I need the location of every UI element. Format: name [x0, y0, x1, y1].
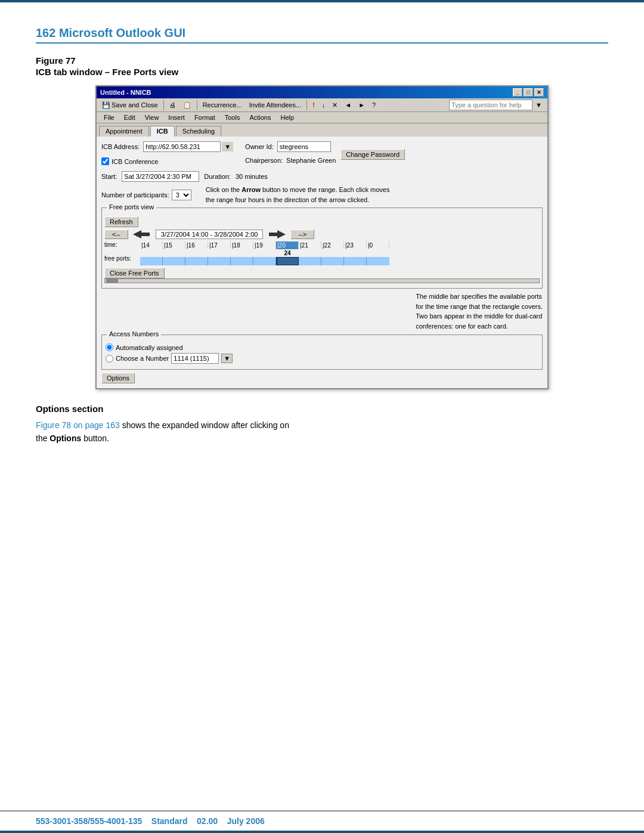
range-label: 3/27/2004 14:00 - 3/28/2004 2:00: [156, 230, 264, 239]
win-menubar: File Edit View Insert Format Tools Actio…: [97, 112, 547, 123]
menu-view[interactable]: View: [140, 113, 164, 122]
port-bar-23: [344, 257, 367, 265]
time-cell-15: |15: [163, 241, 185, 249]
win-restore-btn[interactable]: □: [524, 88, 533, 97]
save-close-btn[interactable]: 💾 Save and Close: [99, 100, 161, 110]
copy-btn[interactable]: 📋: [180, 100, 194, 110]
win-close-btn[interactable]: ✕: [534, 88, 544, 97]
tab-appointment[interactable]: Appointment: [99, 126, 149, 137]
options-section-title: Options section: [36, 404, 608, 414]
auto-assigned-label: Automatically assigned: [116, 344, 183, 351]
down-btn[interactable]: ↓: [319, 100, 329, 110]
menu-tools[interactable]: Tools: [220, 113, 245, 122]
right-arrow-graphic: [268, 230, 286, 239]
win-minimize-btn[interactable]: _: [513, 88, 522, 97]
delete-btn[interactable]: ✕: [329, 100, 340, 110]
time-cell-21: |21: [299, 241, 321, 249]
port-bar-20: [276, 257, 299, 265]
horiz-scrollbar[interactable]: [104, 278, 540, 283]
footer-date: July 2006: [227, 816, 265, 826]
menu-help[interactable]: Help: [275, 113, 299, 122]
win-title-text: Untitled - NNICB: [100, 89, 151, 96]
options-bold-word: Options: [49, 433, 81, 443]
color-bar: [140, 257, 389, 265]
port-bar-15: [163, 257, 185, 265]
options-section: Options section Figure 78 on page 163 sh…: [36, 404, 608, 445]
win-content: ICB Address: ▼ ICB Conference: [97, 137, 547, 388]
figure-label: Figure 77: [36, 55, 608, 66]
owner-id-label: Owner Id:: [245, 143, 274, 150]
time-cell-22: |22: [321, 241, 344, 249]
owner-id-input[interactable]: [277, 141, 331, 152]
help-search-area: ▼: [449, 100, 545, 110]
left-arrow-graphic: [133, 230, 151, 239]
chairperson-label: Chairperson:: [245, 157, 283, 164]
choose-number-row: Choose a Number ▼: [106, 353, 538, 364]
start-input[interactable]: [122, 171, 199, 182]
icb-address-input[interactable]: [143, 141, 221, 152]
access-group-title: Access Numbers: [107, 330, 161, 337]
left-arrow-btn[interactable]: ◄: [342, 100, 354, 110]
close-free-ports-btn[interactable]: Close Free Ports: [104, 268, 165, 278]
tab-scheduling[interactable]: Scheduling: [176, 126, 221, 137]
number-input[interactable]: [171, 353, 219, 364]
help-dropdown-btn[interactable]: ▼: [532, 100, 545, 110]
icb-address-dropdown-btn[interactable]: ▼: [222, 142, 233, 151]
port-bar-16: [185, 257, 208, 265]
options-btn[interactable]: Options: [101, 373, 135, 383]
footer-standard: Standard: [151, 816, 188, 826]
help-toolbar-btn[interactable]: ?: [369, 100, 379, 110]
middle-bar-text: The middle bar specifies the available p…: [416, 292, 543, 331]
access-numbers-group: Access Numbers Automatically assigned Ch…: [101, 335, 543, 370]
nav-right-btn[interactable]: -->: [290, 230, 314, 239]
scrollbar-thumb: [106, 279, 118, 283]
toolbar-sep-2: [197, 100, 197, 110]
participants-select[interactable]: 3 4 5: [172, 190, 191, 200]
right-arrow-btn[interactable]: ►: [355, 100, 368, 110]
menu-format[interactable]: Format: [190, 113, 220, 122]
change-password-btn[interactable]: Change Password: [340, 149, 405, 160]
left-form: ICB Address: ▼ ICB Conference: [101, 141, 233, 168]
chairperson-value: Stephanie Green: [286, 157, 336, 164]
auto-assigned-radio[interactable]: [106, 343, 113, 351]
svg-marker-1: [269, 230, 286, 239]
svg-marker-0: [133, 230, 150, 239]
highlight-number: 24: [276, 250, 299, 256]
duration-label: Duration:: [204, 173, 231, 180]
exclaim-btn[interactable]: !: [309, 100, 318, 110]
free-ports-label: free ports:: [104, 254, 140, 262]
owner-id-row: Owner Id:: [245, 141, 336, 152]
choose-number-radio[interactable]: [106, 355, 113, 363]
footer-doc-number: 553-3001-358/555-4001-135: [36, 816, 142, 826]
time-row-label: time:: [104, 241, 140, 249]
nav-left-btn[interactable]: <--: [104, 230, 128, 239]
right-form: Owner Id: Chairperson: Stephanie Green C…: [245, 141, 405, 168]
time-cell-17: |17: [208, 241, 231, 249]
port-bar-0: [367, 257, 389, 265]
number-dropdown-btn[interactable]: ▼: [221, 354, 233, 363]
icb-conference-checkbox[interactable]: [101, 157, 109, 165]
grid-labels-row: time: |14 |15 |16 |17 |18 |19 |20 |21: [104, 241, 540, 249]
right-arrow-svg: [268, 230, 286, 239]
menu-edit[interactable]: Edit: [119, 113, 140, 122]
time-cell-19: |19: [253, 241, 276, 249]
start-label: Start:: [101, 173, 117, 180]
menu-file[interactable]: File: [99, 113, 119, 122]
help-search-input[interactable]: [449, 100, 532, 110]
menu-actions[interactable]: Actions: [244, 113, 275, 122]
participants-row: Number of participants: 3 4 5 Click on t…: [101, 185, 543, 205]
figure-78-link[interactable]: Figure 78 on page 163: [36, 420, 120, 430]
content-area: 162 Microsoft Outlook GUI Figure 77 ICB …: [0, 2, 644, 631]
dialog-wrapper: Untitled - NNICB _ □ ✕ 💾 Save and Close …: [36, 85, 608, 389]
menu-insert[interactable]: Insert: [163, 113, 190, 122]
owner-row: Owner Id: Chairperson: Stephanie Green C…: [245, 141, 405, 167]
print-btn[interactable]: 🖨: [166, 100, 179, 110]
tab-icb[interactable]: ICB: [150, 126, 175, 137]
footer-version: 02.00: [197, 816, 218, 826]
refresh-btn[interactable]: Refresh: [104, 216, 138, 227]
left-arrow-svg: [133, 230, 151, 239]
recurrence-btn[interactable]: Recurrence...: [200, 100, 245, 110]
invite-btn[interactable]: Invite Attendees...: [246, 100, 304, 110]
port-bar-21: [299, 257, 321, 265]
spacer: [0, 631, 644, 810]
